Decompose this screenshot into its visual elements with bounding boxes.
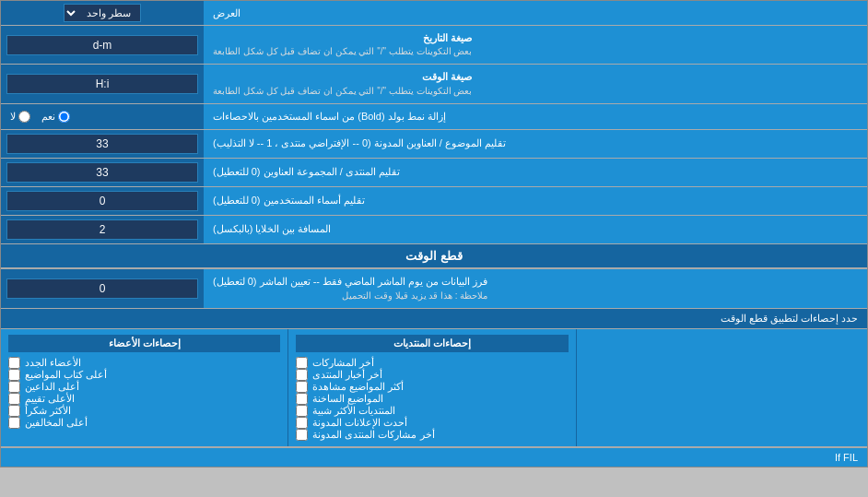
cb-pinned-item: أخر مشاركات المنتدى المدونة: [296, 429, 568, 441]
cb-top-posters-item: أعلى كتاب المواضيع: [8, 369, 280, 381]
cutoff-days-input[interactable]: 0: [6, 278, 198, 299]
forum-stats-col: إحصاءات المنتديات أخر المشاركات أخر أخبا…: [287, 329, 576, 446]
forum-count-input-cell: 33: [1, 159, 204, 186]
cb-hot-topics-item: المواضيع الساخنة: [296, 393, 568, 405]
cb-new-members[interactable]: [8, 357, 20, 369]
cb-top-donors[interactable]: [8, 381, 20, 393]
date-format-input[interactable]: d-m: [6, 35, 198, 55]
cb-top-referred[interactable]: [8, 417, 20, 429]
cb-hot-topics[interactable]: [296, 393, 308, 405]
cell-spacing-input[interactable]: 2: [6, 219, 198, 240]
cutoff-section-header: قطع الوقت: [1, 244, 867, 269]
cell-spacing-label: المسافة بين الخلايا (بالبكسل): [204, 216, 867, 243]
bottom-note: If FIL: [1, 447, 867, 467]
topics-count-input[interactable]: 33: [6, 134, 198, 154]
cb-top-rated-item: الأعلى تقييم: [8, 393, 280, 405]
members-stats-header: إحصاءات الأعضاء: [8, 335, 280, 352]
usernames-count-row: تقليم أسماء المستخدمين (0 للتعطيل) 0: [1, 187, 867, 216]
stats-apply-label: حدد إحصاءات لتطبيق قطع الوقت: [1, 309, 867, 329]
forum-count-input[interactable]: 33: [6, 162, 198, 183]
date-format-input-cell: d-m: [1, 26, 204, 64]
cutoff-days-row: فرز البيانات من يوم الماشر الماضي فقط --…: [1, 269, 867, 308]
empty-col: [577, 329, 867, 446]
display-select[interactable]: سطر واحد سطرين ثلاثة أسطر: [64, 4, 141, 22]
cb-similar-forums[interactable]: [296, 405, 308, 417]
usernames-count-input-cell: 0: [1, 187, 204, 215]
cb-top-posters[interactable]: [8, 369, 20, 381]
cb-posts[interactable]: [296, 357, 308, 369]
time-format-label: صيغة الوقت بعض التكوينات يتطلب "/" التي …: [204, 65, 867, 102]
topics-count-input-cell: 33: [1, 130, 204, 158]
radio-no-label[interactable]: لا: [10, 111, 30, 123]
radio-yes[interactable]: [58, 111, 70, 123]
time-format-input-cell: H:i: [1, 65, 204, 102]
date-format-label: صيغة التاريخ بعض التكوينات يتطلب "/" الت…: [204, 26, 867, 64]
cb-similar-forums-item: المنتديات الأكثر شبية: [296, 405, 568, 417]
bold-remove-radio-cell: نعم لا: [1, 104, 204, 129]
main-container: العرض سطر واحد سطرين ثلاثة أسطر صيغة الت…: [0, 0, 868, 467]
cb-forum-news-item: أخر أخبار المنتدى: [296, 369, 568, 381]
cutoff-days-input-cell: 0: [1, 269, 204, 307]
cb-pinned[interactable]: [296, 429, 308, 441]
time-format-row: صيغة الوقت بعض التكوينات يتطلب "/" التي …: [1, 65, 867, 103]
forum-count-label: تقليم المنتدى / المجموعة العناوين (0 للت…: [204, 159, 867, 186]
display-row: العرض سطر واحد سطرين ثلاثة أسطر: [1, 1, 867, 26]
time-format-input[interactable]: H:i: [6, 74, 198, 94]
cutoff-days-label: فرز البيانات من يوم الماشر الماضي فقط --…: [204, 269, 867, 307]
cb-top-referred-item: أعلى المخالفين: [8, 417, 280, 429]
cb-posts-item: أخر المشاركات: [296, 357, 568, 369]
cb-new-members-item: الأعضاء الجدد: [8, 357, 280, 369]
radio-yes-label[interactable]: نعم: [41, 111, 70, 123]
bold-remove-row: إزالة نمط بولد (Bold) من اسماء المستخدمي…: [1, 104, 867, 130]
bold-remove-label: إزالة نمط بولد (Bold) من اسماء المستخدمي…: [204, 104, 867, 129]
display-select-cell: سطر واحد سطرين ثلاثة أسطر: [1, 1, 204, 25]
cb-announcements-item: أحدث الإعلانات المدونة: [296, 417, 568, 429]
topics-count-row: تقليم الموضوع / العناوين المدونة (0 -- ا…: [1, 130, 867, 159]
cb-announcements[interactable]: [296, 417, 308, 429]
members-stats-col: إحصاءات الأعضاء الأعضاء الجدد أعلى كتاب …: [1, 329, 287, 446]
checkboxes-grid: إحصاءات المنتديات أخر المشاركات أخر أخبا…: [1, 329, 867, 446]
checkboxes-container: حدد إحصاءات لتطبيق قطع الوقت إحصاءات الم…: [1, 309, 867, 447]
usernames-count-label: تقليم أسماء المستخدمين (0 للتعطيل): [204, 187, 867, 215]
radio-no[interactable]: [18, 111, 30, 123]
date-format-row: صيغة التاريخ بعض التكوينات يتطلب "/" الت…: [1, 26, 867, 65]
display-label: العرض: [204, 1, 867, 25]
cb-top-rated[interactable]: [8, 393, 20, 405]
cb-most-thanks-item: الأكثر شكراً: [8, 405, 280, 417]
forum-stats-header: إحصاءات المنتديات: [296, 335, 568, 352]
cb-most-viewed[interactable]: [296, 381, 308, 393]
cell-spacing-input-cell: 2: [1, 216, 204, 243]
cb-top-donors-item: أعلى الداعين: [8, 381, 280, 393]
topics-count-label: تقليم الموضوع / العناوين المدونة (0 -- ا…: [204, 130, 867, 158]
cell-spacing-row: المسافة بين الخلايا (بالبكسل) 2: [1, 216, 867, 244]
cb-most-thanks[interactable]: [8, 405, 20, 417]
cb-most-viewed-item: أكثر المواضيع مشاهدة: [296, 381, 568, 393]
usernames-count-input[interactable]: 0: [6, 191, 198, 211]
forum-count-row: تقليم المنتدى / المجموعة العناوين (0 للت…: [1, 159, 867, 187]
cb-forum-news[interactable]: [296, 369, 308, 381]
